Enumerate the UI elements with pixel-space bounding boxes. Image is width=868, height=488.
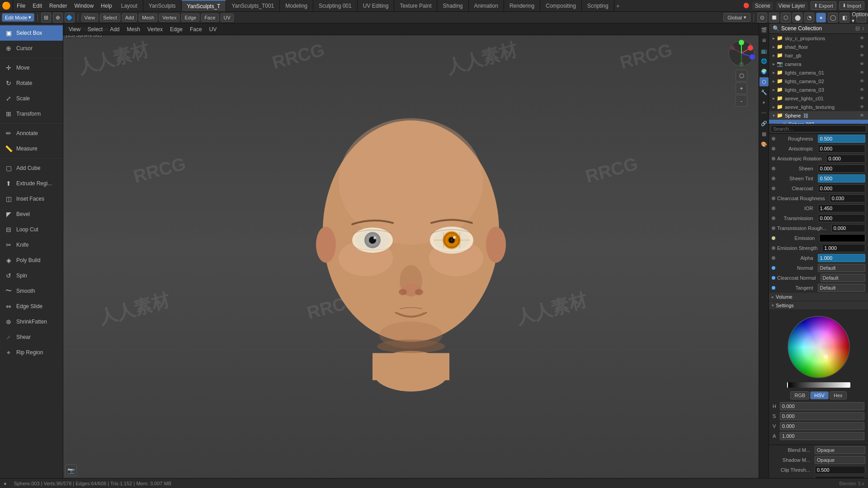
face-menu[interactable]: Face [201, 14, 218, 22]
mesh-menu[interactable]: Mesh [139, 14, 157, 22]
coll-lights-01[interactable]: ▸ 📁 lights_camera_01 👁 [769, 68, 868, 77]
prop-transmission[interactable]: Transmission 0.000 [769, 213, 868, 223]
prop-anisotropic[interactable]: Anisotropic 0.000 [769, 144, 868, 154]
tool-bevel[interactable]: ◤ Bevel [0, 206, 63, 222]
coll-camera[interactable]: ▸ 📷 camera 👁 [769, 60, 868, 68]
coll-sphere-003[interactable]: ◉ ◉ Sphere.003 🔺 👁 [769, 120, 868, 124]
shading-solid-btn[interactable]: ◯ [828, 13, 838, 23]
overlay-btn[interactable]: ⬡ [781, 13, 791, 23]
tab-sculpting001[interactable]: Sculpting 001 [313, 0, 358, 11]
prop-tangent[interactable]: Tangent Default [769, 283, 868, 293]
prop-sheen[interactable]: Sheen 0.000 [769, 164, 868, 174]
prop-normal[interactable]: Normal Default [769, 263, 868, 273]
tab-layout[interactable]: Layout [116, 0, 143, 11]
tab-rendering[interactable]: Rendering [504, 0, 540, 11]
tool-extrude[interactable]: ⬆ Extrude Regi... [0, 176, 63, 191]
engine-dropdown[interactable]: 🔴 [743, 3, 750, 9]
tab-compositing[interactable]: Compositing [540, 0, 582, 11]
prop-clearcoat[interactable]: Clearcoat 0.000 [769, 183, 868, 193]
options-btn[interactable]: Options ▾ [856, 13, 866, 23]
emission-strength-field[interactable]: 1.000 [822, 244, 865, 252]
edge-menu[interactable]: Edge [181, 14, 199, 22]
volume-section-header[interactable]: ▸ Volume [769, 293, 868, 301]
tool-spin[interactable]: ↺ Spin [0, 268, 63, 283]
vp-mesh-btn[interactable]: Mesh [124, 26, 143, 33]
menu-window[interactable]: Window [71, 0, 97, 11]
clearcoat-normal-field[interactable]: Default [821, 274, 865, 282]
anisotropic-rotation-field[interactable]: 0.000 [826, 155, 865, 163]
tab-hsv[interactable]: HSV [810, 391, 829, 399]
sheen-field[interactable]: 0.000 [818, 164, 865, 173]
export-btn[interactable]: ⬆ Export [811, 1, 836, 10]
emission-color-field[interactable] [819, 234, 865, 242]
view-layer-selector[interactable]: View Layer [776, 2, 808, 10]
tab-scripting[interactable]: Scripting [582, 0, 614, 11]
prop-clearcoat-roughness[interactable]: Clearcoat Roughness 0.030 [769, 193, 868, 203]
tool-edge-slide[interactable]: ⇔ Edge Slide [0, 299, 63, 314]
vp-uv-btn[interactable]: UV [207, 26, 220, 33]
sort-icon[interactable]: ↕ [862, 25, 864, 32]
tool-annotate[interactable]: ✏ Annotate [0, 126, 63, 141]
view-layer-props-icon[interactable]: 📺 [760, 46, 769, 55]
tool-knife[interactable]: ✂ Knife [0, 237, 63, 253]
uv-menu[interactable]: UV [221, 14, 234, 22]
prop-emission-strength[interactable]: Emission Strength 1.000 [769, 243, 868, 253]
output-props-icon[interactable]: 🖥 [760, 36, 769, 45]
tool-add-cube[interactable]: ▢ Add Cube [0, 160, 63, 176]
render-props-icon[interactable]: 🎬 [760, 25, 769, 34]
vp-select-btn[interactable]: Select [85, 26, 105, 33]
transmission-rough-field[interactable]: 0.000 [831, 224, 865, 232]
menu-edit[interactable]: Edit [29, 0, 46, 11]
tab-rgb[interactable]: RGB [790, 391, 809, 399]
coll-hair-vis[interactable]: 👁 [860, 53, 864, 58]
scene-collection-header[interactable]: 🔍 Scene Collection ⊟ ↕ [769, 23, 868, 34]
vertex-menu[interactable]: Vertex [159, 14, 179, 22]
shading-material-btn[interactable]: ◔ [804, 13, 814, 23]
coll-lights01-vis[interactable]: 👁 [860, 70, 864, 75]
tab-yansculpts-t001[interactable]: YanSculpts_T001 [226, 0, 280, 11]
vp-face-btn[interactable]: Face [187, 26, 205, 33]
coll-aeeve-tex[interactable]: ▸ 📁 aeeve_lights_texturing 👁 [769, 103, 868, 111]
zoom-in-btn[interactable]: + [736, 82, 747, 94]
axis-widget[interactable]: X Y Z [728, 40, 755, 67]
brightness-slider[interactable] [787, 382, 850, 388]
s-field[interactable]: 0.000 [780, 412, 864, 420]
import-btn[interactable]: ⬇ Import [839, 1, 864, 10]
refraction-depth-field[interactable]: 0.000 [815, 476, 865, 478]
proportional-editing-btn[interactable]: ⊙ [757, 13, 767, 23]
prop-alpha[interactable]: Alpha 1.000 [769, 253, 868, 263]
coll-aeeve01-vis[interactable]: 👁 [860, 96, 864, 101]
coll-shad-floor[interactable]: ▸ 📁 shad_floor 👁 [769, 42, 868, 51]
tab-hex[interactable]: Hex [830, 391, 847, 399]
vp-vertex-btn[interactable]: Vertex [145, 26, 165, 33]
settings-section-header[interactable]: ▾ Settings [769, 301, 868, 310]
prop-emission[interactable]: Emission [769, 233, 868, 243]
tangent-field[interactable]: Default [818, 284, 865, 292]
h-field[interactable]: 0.000 [780, 402, 864, 410]
prop-transmission-rough[interactable]: Transmission Rough... 0.000 [769, 223, 868, 233]
blender-logo[interactable]: 🟠 [0, 0, 13, 11]
modifier-props-icon[interactable]: 🔧 [760, 88, 769, 97]
tab-shading[interactable]: Shading [437, 0, 468, 11]
coll-shad-vis[interactable]: 👁 [860, 44, 864, 49]
prop-anisotropic-rotation[interactable]: Anisotropic Rotation 0.000 [769, 154, 868, 164]
tool-poly-build[interactable]: ◈ Poly Build [0, 253, 63, 268]
blend-mode-field[interactable]: Opaque [815, 446, 865, 454]
coll-sphere-vis[interactable]: 👁 [860, 113, 864, 118]
coll-sphere[interactable]: ▾ 📁 Sphere ⛓ 👁 [769, 111, 868, 120]
vp-add-btn[interactable]: Add [107, 26, 122, 33]
props-search-input[interactable] [771, 125, 866, 132]
prop-ior[interactable]: IOR 1.450 [769, 203, 868, 213]
prop-sheen-tint[interactable]: Sheen Tint 0.500 [769, 174, 868, 183]
coll-sky[interactable]: ▸ 📁 sky_c_proportions 👁 [769, 34, 868, 42]
camera-view-btn[interactable]: 📷 [65, 465, 77, 476]
tab-uv-editing[interactable]: UV Editing [358, 0, 395, 11]
data-props-icon[interactable]: ▦ [760, 129, 769, 138]
filter-icon[interactable]: ⊟ [855, 25, 860, 32]
tab-modeling[interactable]: Modeling [280, 0, 313, 11]
tool-select-box[interactable]: ▣ Select Box [0, 25, 63, 41]
xray-btn[interactable]: ◧ [840, 13, 849, 23]
viewport[interactable]: View Select Add Mesh Vertex Edge Face UV… [63, 23, 759, 478]
vp-view-btn[interactable]: View [66, 26, 83, 33]
tool-shear[interactable]: ⟋ Shear [0, 329, 63, 345]
